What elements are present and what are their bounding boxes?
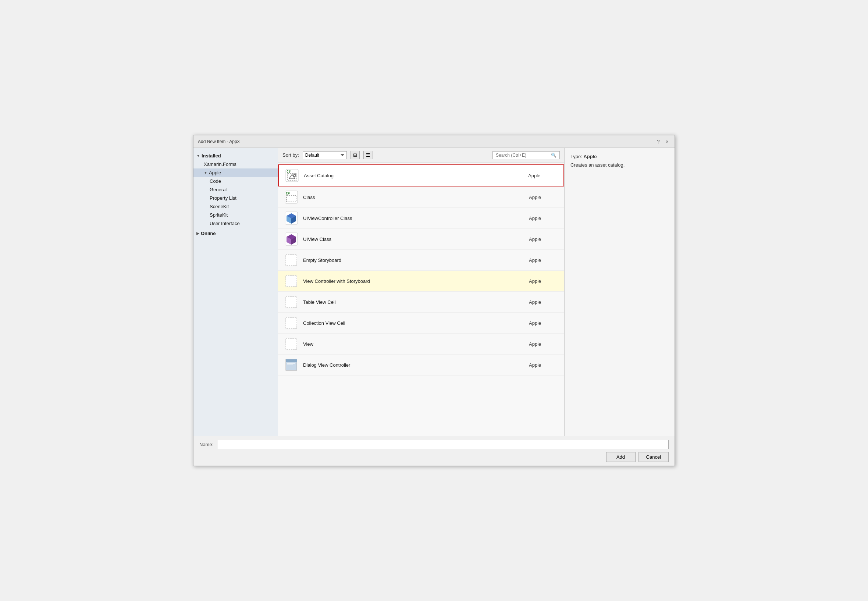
search-input[interactable] xyxy=(496,153,551,158)
type-prefix: Type: xyxy=(571,154,583,159)
bottom-bar: Name: Add Cancel xyxy=(194,436,674,466)
class-category: Apple xyxy=(529,195,558,200)
main-content: Sort by: Default Name Type ⊞ ☰ 🔍 xyxy=(278,148,564,436)
online-section: ▶ Online xyxy=(194,229,278,238)
title-bar: Add New Item - App3 ? × xyxy=(194,135,674,148)
sort-by-label: Sort by: xyxy=(282,152,299,158)
user-interface-label: User Interface xyxy=(210,221,240,226)
installed-section: ▼ Installed Xamarin.Forms ▼ Apple Code G… xyxy=(194,151,278,228)
sidebar: ▼ Installed Xamarin.Forms ▼ Apple Code G… xyxy=(194,148,278,436)
table-view-cell-name: Table View Cell xyxy=(303,299,525,305)
uiviewcontroller-name: UIViewController Class xyxy=(303,215,525,221)
class-icon: C# xyxy=(284,190,299,204)
sort-select[interactable]: Default Name Type xyxy=(303,151,347,159)
type-label: Type: Apple xyxy=(571,154,669,159)
name-label: Name: xyxy=(199,442,213,447)
apple-label: Apple xyxy=(209,170,221,175)
type-value: Apple xyxy=(583,154,596,159)
installed-label: Installed xyxy=(201,153,221,159)
list-item-view-controller-storyboard[interactable]: View Controller with Storyboard Apple xyxy=(278,271,564,292)
collection-view-cell-category: Apple xyxy=(529,320,558,326)
list-item-dialog-view-controller[interactable]: Dialog View Controller Apple xyxy=(278,355,564,375)
dialog-view-controller-category: Apple xyxy=(529,362,558,368)
uiviewcontroller-category: Apple xyxy=(529,215,558,221)
buttons-row: Add Cancel xyxy=(199,452,669,462)
empty-storyboard-name: Empty Storyboard xyxy=(303,258,525,263)
search-icon: 🔍 xyxy=(551,153,557,158)
xamarin-forms-label: Xamarin.Forms xyxy=(204,162,236,167)
close-button[interactable]: × xyxy=(664,138,670,145)
dialog-view-controller-icon xyxy=(284,357,299,372)
class-name: Class xyxy=(303,195,525,200)
sidebar-item-xamarin-forms[interactable]: Xamarin.Forms xyxy=(194,160,278,168)
view-icon xyxy=(284,337,299,351)
installed-chevron: ▼ xyxy=(197,154,200,158)
asset-catalog-name: Asset Catalog xyxy=(304,173,524,178)
svg-rect-21 xyxy=(286,339,297,349)
help-button[interactable]: ? xyxy=(655,138,661,145)
general-label: General xyxy=(210,187,227,192)
add-button[interactable]: Add xyxy=(606,452,636,462)
sidebar-item-installed[interactable]: ▼ Installed xyxy=(194,151,278,160)
empty-storyboard-category: Apple xyxy=(529,258,558,263)
list-item-class[interactable]: C# Class Apple xyxy=(278,187,564,208)
online-chevron: ▶ xyxy=(197,231,199,235)
list-icon: ☰ xyxy=(366,152,371,158)
list-view-button[interactable]: ☰ xyxy=(363,151,373,159)
list-item-collection-view-cell[interactable]: Collection View Cell Apple xyxy=(278,313,564,334)
list-item-table-view-cell[interactable]: Table View Cell Apple xyxy=(278,292,564,313)
sidebar-item-general[interactable]: General xyxy=(194,185,278,194)
svg-rect-25 xyxy=(287,365,293,365)
view-category: Apple xyxy=(529,341,558,347)
list-item-uiviewcontroller[interactable]: UIViewController Class Apple xyxy=(278,208,564,229)
cancel-button[interactable]: Cancel xyxy=(639,452,669,462)
view-controller-storyboard-name: View Controller with Storyboard xyxy=(303,278,525,284)
uiview-name: UIView Class xyxy=(303,236,525,242)
sidebar-item-user-interface[interactable]: User Interface xyxy=(194,219,278,228)
dialog-view-controller-name: Dialog View Controller xyxy=(303,362,525,368)
list-item-asset-catalog[interactable]: C# Asset Catalog Apple xyxy=(278,165,564,186)
svg-rect-23 xyxy=(286,359,297,362)
scenekit-label: SceneKit xyxy=(210,204,229,209)
name-row: Name: xyxy=(199,440,669,449)
grid-view-button[interactable]: ⊞ xyxy=(351,151,360,159)
uiviewcontroller-icon xyxy=(284,211,299,226)
svg-rect-18 xyxy=(286,276,297,287)
spritekit-label: SpriteKit xyxy=(210,212,228,218)
sidebar-item-code[interactable]: Code xyxy=(194,177,278,185)
apple-chevron: ▼ xyxy=(204,171,207,175)
right-panel: Type: Apple Creates an asset catalog. xyxy=(564,148,674,436)
search-container: 🔍 xyxy=(493,151,560,159)
list-item-view[interactable]: View Apple xyxy=(278,334,564,355)
empty-storyboard-icon xyxy=(284,253,299,267)
svg-rect-20 xyxy=(286,317,297,328)
view-controller-storyboard-icon xyxy=(284,274,299,288)
view-name: View xyxy=(303,341,525,347)
toolbar: Sort by: Default Name Type ⊞ ☰ 🔍 xyxy=(278,148,564,163)
code-label: Code xyxy=(210,178,221,184)
title-bar-controls: ? × xyxy=(655,138,670,145)
sidebar-item-spritekit[interactable]: SpriteKit xyxy=(194,211,278,219)
search-bar: 🔍 xyxy=(493,151,560,159)
sidebar-item-scenekit[interactable]: SceneKit xyxy=(194,202,278,211)
description: Creates an asset catalog. xyxy=(571,162,669,168)
list-item-uiview[interactable]: UIView Class Apple xyxy=(278,229,564,250)
grid-icon: ⊞ xyxy=(353,152,357,158)
sidebar-item-property-list[interactable]: Property List xyxy=(194,194,278,202)
sidebar-item-online[interactable]: ▶ Online xyxy=(194,229,278,238)
online-label: Online xyxy=(201,230,215,236)
svg-rect-17 xyxy=(286,255,297,265)
dialog-body: ▼ Installed Xamarin.Forms ▼ Apple Code G… xyxy=(194,148,674,436)
view-controller-storyboard-category: Apple xyxy=(529,278,558,284)
items-list: C# Asset Catalog Apple C# xyxy=(278,163,564,436)
asset-catalog-icon: C# xyxy=(285,168,299,183)
collection-view-cell-name: Collection View Cell xyxy=(303,320,525,326)
name-input[interactable] xyxy=(217,440,669,449)
sidebar-item-apple[interactable]: ▼ Apple xyxy=(194,168,278,177)
list-item-empty-storyboard[interactable]: Empty Storyboard Apple xyxy=(278,250,564,271)
svg-text:C#: C# xyxy=(287,170,291,174)
collection-view-cell-icon xyxy=(284,316,299,330)
asset-catalog-category: Apple xyxy=(528,173,558,178)
svg-rect-19 xyxy=(286,296,297,308)
svg-text:C#: C# xyxy=(286,192,290,195)
